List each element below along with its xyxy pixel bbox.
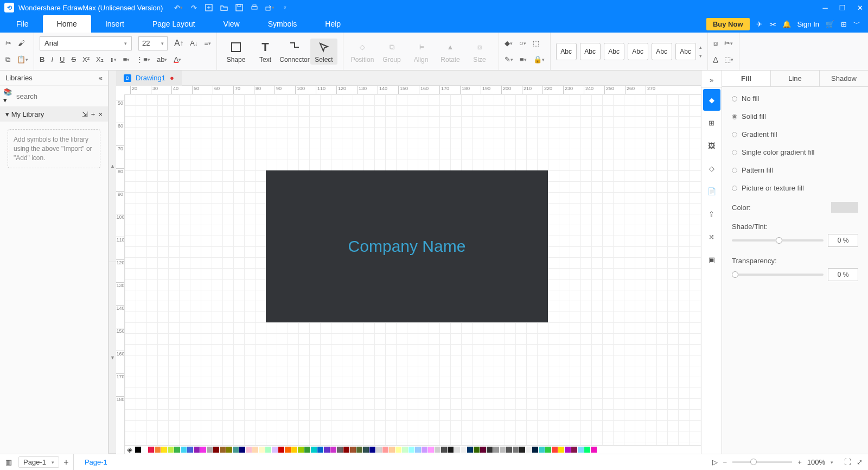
page-selector[interactable]: Page-1▾ — [18, 456, 59, 468]
color-swatch-item[interactable] — [272, 447, 278, 453]
color-swatch-item[interactable] — [291, 447, 297, 453]
color-swatch-item[interactable] — [337, 447, 343, 453]
layers-panel-icon[interactable]: ◇ — [703, 157, 720, 179]
color-swatch-item[interactable] — [467, 447, 473, 453]
color-swatch-item[interactable] — [220, 447, 226, 453]
color-swatch-item[interactable] — [571, 447, 577, 453]
color-swatch[interactable] — [831, 202, 858, 213]
tab-insert[interactable]: Insert — [91, 15, 138, 33]
style-1[interactable]: Abc — [556, 43, 577, 60]
apps-icon[interactable]: ⊞ — [841, 20, 847, 28]
line-style-btn2[interactable]: ○▾ — [519, 39, 526, 47]
color-swatch-item[interactable] — [584, 447, 590, 453]
strike-button[interactable]: S — [71, 55, 76, 63]
style-6[interactable]: Abc — [675, 43, 696, 60]
expand-panel-icon[interactable]: » — [701, 73, 722, 88]
font-name-select[interactable]: Arial▾ — [40, 36, 132, 50]
color-swatch-item[interactable] — [376, 447, 382, 453]
crop-button[interactable]: ✂▾ — [724, 39, 733, 47]
color-swatch-item[interactable] — [148, 447, 154, 453]
color-swatch-item[interactable] — [259, 447, 265, 453]
bold-button[interactable]: B — [40, 55, 44, 63]
color-swatch-item[interactable] — [402, 447, 408, 453]
cut-button[interactable]: ✂ — [5, 39, 11, 47]
color-swatch-item[interactable] — [382, 447, 388, 453]
buy-now-button[interactable]: Buy Now — [706, 18, 750, 30]
fit-page-icon[interactable]: ⛶ — [844, 458, 851, 466]
color-swatch-item[interactable] — [207, 447, 213, 453]
decrease-font-button[interactable]: A↓ — [190, 39, 197, 47]
text-format-button[interactable]: A — [713, 55, 718, 63]
fill-color-button[interactable]: ◆▾ — [505, 39, 513, 47]
search-input[interactable] — [14, 90, 110, 103]
color-swatch-item[interactable] — [435, 447, 441, 453]
page-panel-icon[interactable]: 📄 — [703, 180, 720, 202]
cart-icon[interactable]: 🛒 — [826, 20, 834, 28]
zoom-out-button[interactable]: − — [723, 458, 727, 466]
zoom-in-button[interactable]: + — [797, 458, 802, 466]
color-swatch-item[interactable] — [187, 447, 193, 453]
color-swatch-item[interactable] — [415, 447, 421, 453]
copy-button[interactable]: ⧉ — [5, 55, 10, 64]
maximize-button[interactable]: ❐ — [839, 4, 846, 11]
color-swatch-item[interactable] — [591, 447, 597, 453]
share-icon[interactable]: ⫘ — [769, 20, 776, 28]
color-swatch-item[interactable] — [389, 447, 395, 453]
style-3[interactable]: Abc — [604, 43, 624, 60]
fill-panel-icon[interactable]: ◆ — [703, 89, 720, 111]
play-icon[interactable]: ▷ — [712, 458, 718, 466]
color-swatch-item[interactable] — [174, 447, 180, 453]
color-swatch-item[interactable] — [493, 447, 499, 453]
color-swatch-item[interactable] — [409, 447, 414, 453]
color-swatch-item[interactable] — [285, 447, 291, 453]
fill-option-pattern[interactable]: Pattern fill — [732, 166, 858, 174]
superscript-button[interactable]: X² — [82, 55, 90, 63]
color-swatch-item[interactable] — [142, 447, 148, 453]
color-swatch-item[interactable] — [461, 447, 467, 453]
notification-icon[interactable]: 🔔 — [782, 20, 791, 28]
color-swatch-item[interactable] — [343, 447, 349, 453]
select-tool[interactable]: Select — [310, 39, 337, 65]
add-page-button[interactable]: + — [59, 458, 73, 467]
color-swatch-item[interactable] — [519, 447, 525, 453]
line-spacing-button[interactable]: ≡▾ — [123, 55, 130, 63]
document-tab[interactable]: D Drawing1 ● — [116, 71, 182, 86]
color-swatch-item[interactable] — [246, 447, 252, 453]
print-button[interactable] — [250, 3, 259, 12]
prop-tab-shadow[interactable]: Shadow — [820, 71, 868, 86]
color-swatch-item[interactable] — [578, 447, 584, 453]
send-icon[interactable]: ✈ — [756, 20, 762, 28]
increase-font-button[interactable]: A↑ — [174, 39, 183, 48]
style-4[interactable]: Abc — [628, 43, 648, 60]
color-swatch-item[interactable] — [552, 447, 558, 453]
lib-scroll-up[interactable]: ▲ — [109, 71, 116, 262]
collapse-libraries-icon[interactable]: « — [99, 74, 103, 82]
fill-option-picture[interactable]: Picture or texture fill — [732, 184, 858, 192]
font-size-select[interactable]: 22▾ — [138, 36, 168, 50]
shade-slider[interactable] — [732, 239, 824, 242]
style-scroll-up[interactable]: ▴ — [699, 45, 702, 50]
color-swatch-item[interactable] — [474, 447, 480, 453]
tab-view[interactable]: View — [209, 15, 254, 33]
bullets-button[interactable]: ⋮≡▾ — [136, 55, 150, 63]
subscript-button[interactable]: X₂ — [96, 55, 104, 63]
style-2[interactable]: Abc — [580, 43, 601, 60]
my-library-toggle[interactable]: ▾ My Library — [5, 110, 44, 118]
text-tool[interactable]: TText — [252, 40, 279, 63]
line-weight-button[interactable]: ≡▾ — [520, 55, 527, 63]
align-para-button[interactable]: ≡▾ — [204, 39, 211, 47]
color-swatch-item[interactable] — [428, 447, 434, 453]
prop-tab-fill[interactable]: Fill — [722, 71, 771, 86]
fill-option-single-gradient[interactable]: Single color gradient fill — [732, 148, 858, 156]
color-swatch-item[interactable] — [532, 447, 538, 453]
color-swatch-item[interactable] — [480, 447, 486, 453]
color-swatch-item[interactable] — [356, 447, 362, 453]
tab-help[interactable]: Help — [311, 15, 355, 33]
color-swatch-item[interactable] — [213, 447, 219, 453]
fullscreen-icon[interactable]: ⤢ — [857, 458, 863, 466]
open-button[interactable] — [219, 3, 229, 12]
page-tab-1[interactable]: Page-1 — [73, 454, 118, 471]
canvas[interactable]: Company Name — [125, 94, 701, 445]
color-swatch-item[interactable] — [181, 447, 187, 453]
paste-button[interactable]: 📋▾ — [17, 55, 28, 63]
